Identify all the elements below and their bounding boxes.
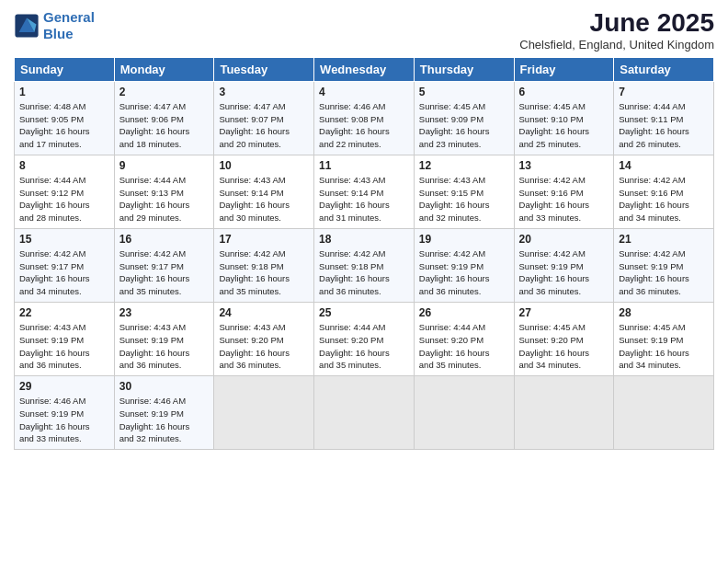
calendar-day-cell bbox=[414, 376, 514, 450]
header: General Blue June 2025 Chelsfield, Engla… bbox=[14, 9, 714, 52]
day-info: Sunrise: 4:42 AM Sunset: 9:18 PM Dayligh… bbox=[219, 247, 309, 298]
day-number: 13 bbox=[519, 159, 609, 172]
day-info: Sunrise: 4:45 AM Sunset: 9:10 PM Dayligh… bbox=[519, 100, 609, 151]
calendar-day-cell: 18Sunrise: 4:42 AM Sunset: 9:18 PM Dayli… bbox=[314, 228, 415, 302]
day-number: 19 bbox=[419, 233, 509, 246]
day-number: 17 bbox=[219, 233, 309, 246]
day-info: Sunrise: 4:47 AM Sunset: 9:06 PM Dayligh… bbox=[119, 100, 210, 151]
calendar-day-cell: 7Sunrise: 4:44 AM Sunset: 9:11 PM Daylig… bbox=[614, 81, 714, 155]
calendar-header-cell: Wednesday bbox=[314, 57, 415, 81]
calendar-day-cell bbox=[614, 376, 714, 450]
logo-line1: General bbox=[43, 9, 95, 25]
calendar-day-cell: 15Sunrise: 4:42 AM Sunset: 9:17 PM Dayli… bbox=[15, 228, 115, 302]
main-title: June 2025 bbox=[519, 9, 714, 38]
day-number: 7 bbox=[619, 86, 709, 98]
logo: General Blue bbox=[14, 9, 95, 42]
calendar-day-cell: 4Sunrise: 4:46 AM Sunset: 9:08 PM Daylig… bbox=[314, 81, 415, 155]
day-number: 18 bbox=[319, 233, 409, 246]
day-info: Sunrise: 4:48 AM Sunset: 9:05 PM Dayligh… bbox=[19, 100, 109, 151]
day-info: Sunrise: 4:42 AM Sunset: 9:16 PM Dayligh… bbox=[619, 174, 709, 224]
day-number: 27 bbox=[519, 306, 609, 319]
day-number: 29 bbox=[19, 380, 109, 393]
calendar-day-cell: 11Sunrise: 4:43 AM Sunset: 9:14 PM Dayli… bbox=[314, 155, 415, 228]
day-info: Sunrise: 4:46 AM Sunset: 9:19 PM Dayligh… bbox=[19, 395, 109, 445]
calendar-day-cell: 8Sunrise: 4:44 AM Sunset: 9:12 PM Daylig… bbox=[15, 155, 115, 228]
calendar-header-cell: Friday bbox=[514, 57, 614, 81]
day-info: Sunrise: 4:42 AM Sunset: 9:19 PM Dayligh… bbox=[419, 247, 509, 298]
day-info: Sunrise: 4:43 AM Sunset: 9:19 PM Dayligh… bbox=[19, 321, 109, 372]
day-info: Sunrise: 4:42 AM Sunset: 9:18 PM Dayligh… bbox=[319, 247, 409, 298]
calendar-day-cell: 17Sunrise: 4:42 AM Sunset: 9:18 PM Dayli… bbox=[214, 228, 314, 302]
day-info: Sunrise: 4:43 AM Sunset: 9:20 PM Dayligh… bbox=[219, 321, 309, 372]
day-info: Sunrise: 4:42 AM Sunset: 9:19 PM Dayligh… bbox=[519, 247, 609, 298]
page: General Blue June 2025 Chelsfield, Engla… bbox=[0, 0, 728, 563]
calendar-day-cell: 2Sunrise: 4:47 AM Sunset: 9:06 PM Daylig… bbox=[114, 81, 214, 155]
calendar-day-cell: 5Sunrise: 4:45 AM Sunset: 9:09 PM Daylig… bbox=[414, 81, 514, 155]
day-info: Sunrise: 4:44 AM Sunset: 9:20 PM Dayligh… bbox=[419, 321, 509, 372]
calendar-day-cell: 23Sunrise: 4:43 AM Sunset: 9:19 PM Dayli… bbox=[114, 302, 214, 375]
calendar-day-cell: 26Sunrise: 4:44 AM Sunset: 9:20 PM Dayli… bbox=[414, 302, 514, 375]
day-number: 23 bbox=[119, 306, 210, 319]
calendar-day-cell: 13Sunrise: 4:42 AM Sunset: 9:16 PM Dayli… bbox=[514, 155, 614, 228]
calendar-day-cell: 1Sunrise: 4:48 AM Sunset: 9:05 PM Daylig… bbox=[15, 81, 115, 155]
day-number: 16 bbox=[119, 233, 210, 246]
calendar-day-cell: 3Sunrise: 4:47 AM Sunset: 9:07 PM Daylig… bbox=[214, 81, 314, 155]
calendar-day-cell: 25Sunrise: 4:44 AM Sunset: 9:20 PM Dayli… bbox=[314, 302, 415, 375]
calendar-header-cell: Thursday bbox=[414, 57, 514, 81]
calendar-day-cell: 24Sunrise: 4:43 AM Sunset: 9:20 PM Dayli… bbox=[214, 302, 314, 375]
day-info: Sunrise: 4:42 AM Sunset: 9:17 PM Dayligh… bbox=[119, 247, 210, 298]
day-info: Sunrise: 4:46 AM Sunset: 9:19 PM Dayligh… bbox=[119, 395, 210, 445]
day-number: 14 bbox=[619, 159, 709, 172]
calendar-week-row: 1Sunrise: 4:48 AM Sunset: 9:05 PM Daylig… bbox=[15, 81, 714, 155]
day-info: Sunrise: 4:43 AM Sunset: 9:15 PM Dayligh… bbox=[419, 174, 509, 224]
day-info: Sunrise: 4:45 AM Sunset: 9:19 PM Dayligh… bbox=[619, 321, 709, 372]
day-number: 11 bbox=[319, 159, 409, 172]
calendar-header-row: SundayMondayTuesdayWednesdayThursdayFrid… bbox=[15, 57, 714, 81]
calendar-day-cell: 6Sunrise: 4:45 AM Sunset: 9:10 PM Daylig… bbox=[514, 81, 614, 155]
day-number: 3 bbox=[219, 86, 309, 98]
day-number: 20 bbox=[519, 233, 609, 246]
calendar-day-cell: 9Sunrise: 4:44 AM Sunset: 9:13 PM Daylig… bbox=[114, 155, 214, 228]
calendar-header-cell: Tuesday bbox=[214, 57, 314, 81]
day-number: 9 bbox=[119, 159, 210, 172]
calendar-week-row: 29Sunrise: 4:46 AM Sunset: 9:19 PM Dayli… bbox=[15, 376, 714, 450]
calendar-day-cell: 20Sunrise: 4:42 AM Sunset: 9:19 PM Dayli… bbox=[514, 228, 614, 302]
day-number: 21 bbox=[619, 233, 709, 246]
calendar-day-cell: 19Sunrise: 4:42 AM Sunset: 9:19 PM Dayli… bbox=[414, 228, 514, 302]
day-info: Sunrise: 4:42 AM Sunset: 9:17 PM Dayligh… bbox=[19, 247, 109, 298]
day-info: Sunrise: 4:47 AM Sunset: 9:07 PM Dayligh… bbox=[219, 100, 309, 151]
calendar-day-cell: 28Sunrise: 4:45 AM Sunset: 9:19 PM Dayli… bbox=[614, 302, 714, 375]
calendar-day-cell: 21Sunrise: 4:42 AM Sunset: 9:19 PM Dayli… bbox=[614, 228, 714, 302]
calendar-header-cell: Monday bbox=[114, 57, 214, 81]
day-number: 5 bbox=[419, 86, 509, 98]
day-number: 2 bbox=[119, 86, 210, 98]
calendar-day-cell: 10Sunrise: 4:43 AM Sunset: 9:14 PM Dayli… bbox=[214, 155, 314, 228]
day-info: Sunrise: 4:45 AM Sunset: 9:20 PM Dayligh… bbox=[519, 321, 609, 372]
subtitle: Chelsfield, England, United Kingdom bbox=[519, 38, 714, 52]
day-number: 6 bbox=[519, 86, 609, 98]
day-info: Sunrise: 4:44 AM Sunset: 9:13 PM Dayligh… bbox=[119, 174, 210, 224]
day-number: 25 bbox=[319, 306, 409, 319]
calendar-day-cell: 27Sunrise: 4:45 AM Sunset: 9:20 PM Dayli… bbox=[514, 302, 614, 375]
day-number: 12 bbox=[419, 159, 509, 172]
day-info: Sunrise: 4:45 AM Sunset: 9:09 PM Dayligh… bbox=[419, 100, 509, 151]
day-number: 4 bbox=[319, 86, 409, 98]
day-number: 30 bbox=[119, 380, 210, 393]
day-info: Sunrise: 4:43 AM Sunset: 9:14 PM Dayligh… bbox=[219, 174, 309, 224]
day-number: 28 bbox=[619, 306, 709, 319]
title-block: June 2025 Chelsfield, England, United Ki… bbox=[519, 9, 714, 52]
day-number: 15 bbox=[19, 233, 109, 246]
calendar-day-cell: 30Sunrise: 4:46 AM Sunset: 9:19 PM Dayli… bbox=[114, 376, 214, 450]
calendar-week-row: 22Sunrise: 4:43 AM Sunset: 9:19 PM Dayli… bbox=[15, 302, 714, 375]
calendar-day-cell bbox=[514, 376, 614, 450]
day-info: Sunrise: 4:44 AM Sunset: 9:11 PM Dayligh… bbox=[619, 100, 709, 151]
day-info: Sunrise: 4:43 AM Sunset: 9:19 PM Dayligh… bbox=[119, 321, 210, 372]
day-number: 22 bbox=[19, 306, 109, 319]
day-number: 26 bbox=[419, 306, 509, 319]
calendar-day-cell: 14Sunrise: 4:42 AM Sunset: 9:16 PM Dayli… bbox=[614, 155, 714, 228]
calendar-week-row: 15Sunrise: 4:42 AM Sunset: 9:17 PM Dayli… bbox=[15, 228, 714, 302]
day-info: Sunrise: 4:42 AM Sunset: 9:19 PM Dayligh… bbox=[619, 247, 709, 298]
calendar-day-cell: 16Sunrise: 4:42 AM Sunset: 9:17 PM Dayli… bbox=[114, 228, 214, 302]
calendar-day-cell bbox=[314, 376, 415, 450]
logo-line2: Blue bbox=[43, 26, 74, 41]
